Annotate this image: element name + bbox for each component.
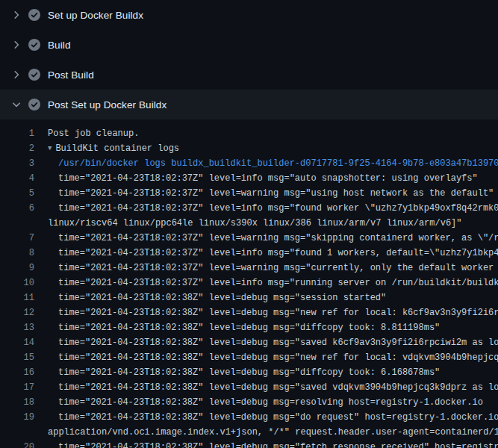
log-line: 13 ▼time="2021-04-23T18:02:38Z" level=de… (0, 320, 498, 335)
log-line-body: ▼time="2021-04-23T18:02:37Z" level=info … (34, 246, 498, 261)
log-line-body: ▼application/vnd.oci.image.index.v1+json… (34, 425, 498, 440)
log-text: time="2021-04-23T18:02:38Z" level=debug … (58, 337, 498, 348)
line-number[interactable]: 14 (0, 335, 34, 350)
log-line-body: ▼time="2021-04-23T18:02:37Z" level=info … (34, 171, 478, 186)
log-line: 9 ▼time="2021-04-23T18:02:37Z" level=war… (0, 261, 498, 276)
line-number[interactable]: 8 (0, 246, 34, 261)
log-text: time="2021-04-23T18:02:37Z" level=info m… (58, 203, 498, 214)
log-line-body: ▼time="2021-04-23T18:02:38Z" level=debug… (34, 365, 440, 380)
line-number[interactable]: 1 (0, 126, 34, 141)
log-group-toggle[interactable]: ▼BuildKit container logs (34, 141, 179, 156)
chevron-down-icon[interactable] (10, 99, 22, 111)
chevron-right-icon[interactable] (10, 9, 22, 21)
line-number[interactable]: 11 (0, 290, 34, 305)
log-line-body: ▼time="2021-04-23T18:02:37Z" level=info … (34, 201, 498, 216)
line-number[interactable]: 17 (0, 380, 34, 395)
log-line-body: ▼time="2021-04-23T18:02:38Z" level=debug… (34, 410, 498, 425)
log-line-body: ▼/usr/bin/docker logs buildx_buildkit_bu… (34, 156, 498, 171)
line-number[interactable]: 20 (0, 440, 34, 448)
log-text: application/vnd.oci.image.index.v1+json,… (48, 427, 498, 438)
log-text: time="2021-04-23T18:02:38Z" level=debug … (58, 382, 498, 393)
log-line: 17 ▼time="2021-04-23T18:02:38Z" level=de… (0, 380, 498, 395)
log-text: /usr/bin/docker logs buildx_buildkit_bui… (58, 158, 498, 169)
line-number (0, 425, 34, 440)
log-text: BuildKit container logs (55, 143, 179, 154)
line-number[interactable]: 19 (0, 410, 34, 425)
line-number[interactable]: 16 (0, 365, 34, 380)
log-text: time="2021-04-23T18:02:38Z" level=debug … (58, 397, 483, 408)
step-post-set-up-docker-buildx[interactable]: Post Set up Docker Buildx (0, 90, 498, 119)
log-line-body: ▼time="2021-04-23T18:02:38Z" level=debug… (34, 305, 498, 320)
log-line: 1 ▼Post job cleanup. (0, 126, 498, 141)
log-line: 2 ▼BuildKit container logs (0, 141, 498, 156)
log-line-body: ▼time="2021-04-23T18:02:38Z" level=debug… (34, 320, 440, 335)
line-number[interactable]: 15 (0, 350, 34, 365)
log-line: 10 ▼time="2021-04-23T18:02:37Z" level=in… (0, 276, 498, 290)
log-line: 11 ▼time="2021-04-23T18:02:38Z" level=de… (0, 290, 498, 305)
line-number[interactable]: 10 (0, 276, 34, 290)
log-line: 16 ▼time="2021-04-23T18:02:38Z" level=de… (0, 365, 498, 380)
log-line-body: ▼time="2021-04-23T18:02:37Z" level=warni… (34, 231, 498, 246)
chevron-right-icon[interactable] (10, 69, 22, 81)
line-number[interactable]: 6 (0, 201, 34, 216)
step-build[interactable]: Build (0, 30, 498, 60)
log-line: 7 ▼time="2021-04-23T18:02:37Z" level=war… (0, 231, 498, 246)
log-text: time="2021-04-23T18:02:38Z" level=debug … (58, 352, 498, 363)
log-line-body: ▼time="2021-04-23T18:02:37Z" level=warni… (34, 261, 498, 276)
line-number[interactable]: 7 (0, 231, 34, 246)
log-text: time="2021-04-23T18:02:37Z" level=info m… (58, 173, 478, 184)
log-text: time="2021-04-23T18:02:38Z" level=debug … (58, 412, 498, 423)
log-line-body: ▼time="2021-04-23T18:02:38Z" level=debug… (34, 395, 483, 410)
line-number[interactable]: 9 (0, 261, 34, 276)
log-line: 8 ▼time="2021-04-23T18:02:37Z" level=inf… (0, 246, 498, 261)
steps-list: Set up Docker Buildx Build Post Build Po… (0, 0, 498, 119)
log-line: 4 ▼time="2021-04-23T18:02:37Z" level=inf… (0, 171, 498, 186)
line-number[interactable]: 18 (0, 395, 34, 410)
log-line: 3 ▼/usr/bin/docker logs buildx_buildkit_… (0, 156, 498, 171)
chevron-right-icon[interactable] (10, 39, 22, 51)
step-set-up-docker-buildx[interactable]: Set up Docker Buildx (0, 0, 498, 30)
line-number[interactable]: 13 (0, 320, 34, 335)
log-line: 18 ▼time="2021-04-23T18:02:38Z" level=de… (0, 395, 498, 410)
step-label: Post Set up Docker Buildx (48, 99, 166, 111)
line-number[interactable]: 5 (0, 186, 34, 201)
line-number (0, 216, 34, 231)
log-text: time="2021-04-23T18:02:38Z" level=debug … (58, 367, 440, 378)
log-line: 12 ▼time="2021-04-23T18:02:38Z" level=de… (0, 305, 498, 320)
step-label: Set up Docker Buildx (48, 10, 143, 21)
log-line: 6 ▼time="2021-04-23T18:02:37Z" level=inf… (0, 201, 498, 216)
log-text: linux/riscv64 linux/ppc64le linux/s390x … (48, 218, 462, 228)
log-text: time="2021-04-23T18:02:37Z" level=info m… (58, 278, 498, 288)
log-text: time="2021-04-23T18:02:38Z" level=debug … (58, 442, 498, 448)
log-line: 5 ▼time="2021-04-23T18:02:37Z" level=war… (0, 186, 498, 201)
line-number[interactable]: 3 (0, 156, 34, 171)
line-number[interactable]: 2 (0, 141, 34, 156)
step-post-build[interactable]: Post Build (0, 60, 498, 90)
log-line: ▼linux/riscv64 linux/ppc64le linux/s390x… (0, 216, 498, 231)
log-text: time="2021-04-23T18:02:38Z" level=debug … (58, 308, 498, 318)
collapse-triangle-icon[interactable]: ▼ (48, 145, 52, 152)
line-number[interactable]: 12 (0, 305, 34, 320)
log-text: time="2021-04-23T18:02:37Z" level=warnin… (58, 233, 498, 243)
log-text: time="2021-04-23T18:02:37Z" level=warnin… (58, 263, 498, 273)
line-number[interactable]: 4 (0, 171, 34, 186)
log-line-body: ▼time="2021-04-23T18:02:38Z" level=debug… (34, 440, 498, 448)
log-line-body: ▼time="2021-04-23T18:02:38Z" level=debug… (34, 290, 386, 305)
log-line-body: ▼time="2021-04-23T18:02:38Z" level=debug… (34, 335, 498, 350)
check-circle-icon (28, 99, 40, 111)
step-label: Build (48, 40, 71, 51)
log-text: Post job cleanup. (48, 128, 139, 139)
log-line: 15 ▼time="2021-04-23T18:02:38Z" level=de… (0, 350, 498, 365)
log-line-body: ▼time="2021-04-23T18:02:38Z" level=debug… (34, 350, 498, 365)
log-line-body: ▼time="2021-04-23T18:02:38Z" level=debug… (34, 380, 498, 395)
log-line-body: ▼time="2021-04-23T18:02:37Z" level=info … (34, 276, 498, 290)
log-text: time="2021-04-23T18:02:37Z" level=info m… (58, 248, 498, 258)
log-text: time="2021-04-23T18:02:38Z" level=debug … (58, 293, 386, 303)
log-line-body: ▼Post job cleanup. (34, 126, 139, 141)
log-line-body: ▼linux/riscv64 linux/ppc64le linux/s390x… (34, 216, 462, 231)
check-circle-icon (28, 69, 40, 81)
log-text: time="2021-04-23T18:02:37Z" level=warnin… (58, 188, 494, 199)
log-line: 19 ▼time="2021-04-23T18:02:38Z" level=de… (0, 410, 498, 425)
log-line: ▼application/vnd.oci.image.index.v1+json… (0, 425, 498, 440)
log-viewer: 1 ▼Post job cleanup. 2 ▼BuildKit contain… (0, 119, 498, 448)
